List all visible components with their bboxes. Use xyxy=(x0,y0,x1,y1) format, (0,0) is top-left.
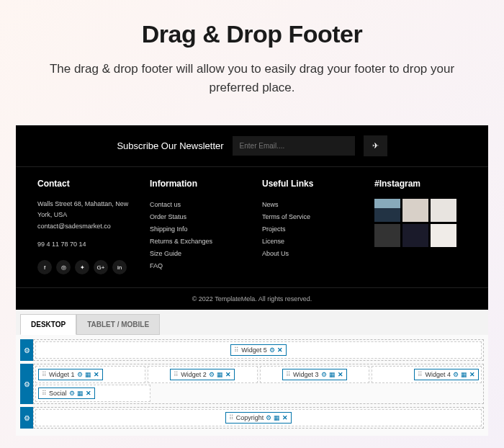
twitter-icon[interactable]: ✦ xyxy=(75,260,89,274)
widget-chip-5[interactable]: ⠿ Widget 5 ⚙ ✕ xyxy=(230,344,287,356)
widget-label: Widget 1 xyxy=(49,371,75,378)
gear-icon: ⚙ xyxy=(24,380,30,388)
social-icons: f ◎ ✦ G+ in xyxy=(37,260,130,274)
builder-cell[interactable]: ⠿ Widget 3 ⚙ ▦ ✕ xyxy=(260,366,370,383)
eye-icon[interactable]: ▦ xyxy=(85,371,91,378)
drag-icon: ⠿ xyxy=(42,371,47,378)
widget-chip-copyright[interactable]: ⠿ Copyright ⚙ ▦ ✕ xyxy=(225,412,292,424)
tab-desktop[interactable]: DESKTOP xyxy=(20,314,76,335)
gear-icon: ⚙ xyxy=(24,414,30,422)
widget-label: Widget 5 xyxy=(241,346,267,354)
page-subtitle: The drag & drop footer will allow you to… xyxy=(29,60,475,97)
close-icon[interactable]: ✕ xyxy=(338,371,343,378)
close-icon[interactable]: ✕ xyxy=(86,390,91,397)
googleplus-icon[interactable]: G+ xyxy=(94,260,108,274)
linkedin-icon[interactable]: in xyxy=(112,260,127,274)
eye-icon[interactable]: ▦ xyxy=(217,371,223,378)
drag-icon: ⠿ xyxy=(229,414,234,421)
eye-icon[interactable]: ▦ xyxy=(274,414,280,421)
contact-title: Contact xyxy=(37,179,130,189)
tab-mobile[interactable]: TABLET / MOBILE xyxy=(76,314,160,335)
useful-link[interactable]: License xyxy=(262,236,354,248)
facebook-icon[interactable]: f xyxy=(37,260,52,274)
instagram-thumb[interactable] xyxy=(374,224,400,247)
builder-row-1: ⚙ ⠿ Widget 5 ⚙ ✕ xyxy=(20,339,484,361)
drag-icon: ⠿ xyxy=(286,371,291,378)
drag-icon: ⠿ xyxy=(234,346,239,354)
info-link[interactable]: Order Status xyxy=(150,211,242,223)
builder-cell[interactable]: ⠿ Widget 4 ⚙ ▦ ✕ xyxy=(372,366,482,383)
information-title: Information xyxy=(150,179,242,189)
builder-row-2: ⚙ ⠿ Widget 1 ⚙ ▦ ✕ xyxy=(20,364,484,404)
instagram-thumb[interactable] xyxy=(431,224,456,247)
useful-link[interactable]: News xyxy=(262,199,354,211)
gear-icon: ⚙ xyxy=(24,346,30,354)
info-link[interactable]: Size Guide xyxy=(150,248,242,260)
gear-icon[interactable]: ⚙ xyxy=(266,414,271,421)
info-link[interactable]: Contact us xyxy=(150,199,242,211)
copyright-text: © 2022 TemplateMela. All rights reserved… xyxy=(16,287,488,310)
gear-icon[interactable]: ⚙ xyxy=(321,371,327,378)
builder-cell[interactable]: ⠿ Social ⚙ ▦ ✕ xyxy=(35,385,150,402)
send-icon: ✈ xyxy=(372,141,379,150)
widget-label: Widget 3 xyxy=(293,371,319,378)
footer-builder: DESKTOP TABLET / MOBILE ⚙ ⠿ Widget 5 ⚙ ✕… xyxy=(16,310,488,436)
contact-phone: 99 4 11 78 70 14 xyxy=(37,239,130,250)
useful-link[interactable]: Terms of Service xyxy=(262,211,354,223)
drag-icon: ⠿ xyxy=(418,371,423,378)
widget-label: Widget 2 xyxy=(181,371,207,378)
info-link[interactable]: FAQ xyxy=(150,260,242,272)
close-icon[interactable]: ✕ xyxy=(225,371,231,378)
footer-col-contact: Contact Walls Street 68, Mahattan, New Y… xyxy=(37,179,130,274)
builder-cell[interactable]: ⠿ Copyright ⚙ ▦ ✕ xyxy=(35,409,482,426)
gear-icon[interactable]: ⚙ xyxy=(77,371,83,378)
builder-cell[interactable]: ⠿ Widget 2 ⚙ ▦ ✕ xyxy=(148,366,258,383)
instagram-thumb[interactable] xyxy=(402,199,428,222)
gear-icon[interactable]: ⚙ xyxy=(209,371,215,378)
widget-chip-social[interactable]: ⠿ Social ⚙ ▦ ✕ xyxy=(38,387,95,399)
row-settings-button[interactable]: ⚙ xyxy=(20,339,33,361)
instagram-title: #Instagram xyxy=(374,179,467,189)
widget-chip-1[interactable]: ⠿ Widget 1 ⚙ ▦ ✕ xyxy=(38,369,103,380)
instagram-thumb[interactable] xyxy=(402,224,428,247)
newsletter-input[interactable] xyxy=(233,136,355,156)
contact-address: Walls Street 68, Mahattan, New York, USA xyxy=(37,199,130,221)
info-link[interactable]: Returns & Exchanges xyxy=(150,236,242,248)
close-icon[interactable]: ✕ xyxy=(469,371,475,378)
instagram-icon[interactable]: ◎ xyxy=(56,260,71,274)
useful-link[interactable]: Projects xyxy=(262,223,354,236)
builder-cell[interactable]: ⠿ Widget 5 ⚙ ✕ xyxy=(35,341,482,359)
info-link[interactable]: Shipping Info xyxy=(150,223,242,236)
newsletter-submit-button[interactable]: ✈ xyxy=(364,135,387,156)
widget-label: Copyright xyxy=(236,414,264,421)
widget-chip-2[interactable]: ⠿ Widget 2 ⚙ ▦ ✕ xyxy=(170,369,235,380)
footer-col-instagram: #Instagram xyxy=(374,179,467,274)
eye-icon[interactable]: ▦ xyxy=(77,390,84,397)
row-settings-button[interactable]: ⚙ xyxy=(20,407,33,429)
gear-icon[interactable]: ⚙ xyxy=(69,390,75,397)
useful-title: Useful Links xyxy=(262,179,354,189)
widget-chip-3[interactable]: ⠿ Widget 3 ⚙ ▦ ✕ xyxy=(282,369,347,380)
newsletter-bar: Subscribe Our Newsletter ✈ xyxy=(16,125,488,167)
close-icon[interactable]: ✕ xyxy=(94,371,99,378)
eye-icon[interactable]: ▦ xyxy=(329,371,336,378)
footer-preview: Subscribe Our Newsletter ✈ Contact Walls… xyxy=(16,125,488,310)
widget-chip-4[interactable]: ⠿ Widget 4 ⚙ ▦ ✕ xyxy=(414,369,479,380)
gear-icon[interactable]: ⚙ xyxy=(269,346,275,354)
widget-label: Widget 4 xyxy=(425,371,451,378)
instagram-thumb[interactable] xyxy=(374,199,400,222)
row-settings-button[interactable]: ⚙ xyxy=(20,364,33,404)
useful-link[interactable]: About Us xyxy=(262,248,354,260)
close-icon[interactable]: ✕ xyxy=(282,414,288,421)
builder-tabs: DESKTOP TABLET / MOBILE xyxy=(16,310,488,335)
newsletter-label: Subscribe Our Newsletter xyxy=(117,140,223,151)
instagram-thumb[interactable] xyxy=(431,199,456,222)
footer-col-information: Information Contact us Order Status Ship… xyxy=(150,179,242,274)
builder-row-3: ⚙ ⠿ Copyright ⚙ ▦ ✕ xyxy=(20,407,484,429)
builder-cell[interactable]: ⠿ Widget 1 ⚙ ▦ ✕ xyxy=(35,366,145,383)
drag-icon: ⠿ xyxy=(174,371,179,378)
gear-icon[interactable]: ⚙ xyxy=(453,371,459,378)
close-icon[interactable]: ✕ xyxy=(277,346,283,354)
eye-icon[interactable]: ▦ xyxy=(461,371,467,378)
page-title: Drag & Drop Footer xyxy=(29,20,475,48)
